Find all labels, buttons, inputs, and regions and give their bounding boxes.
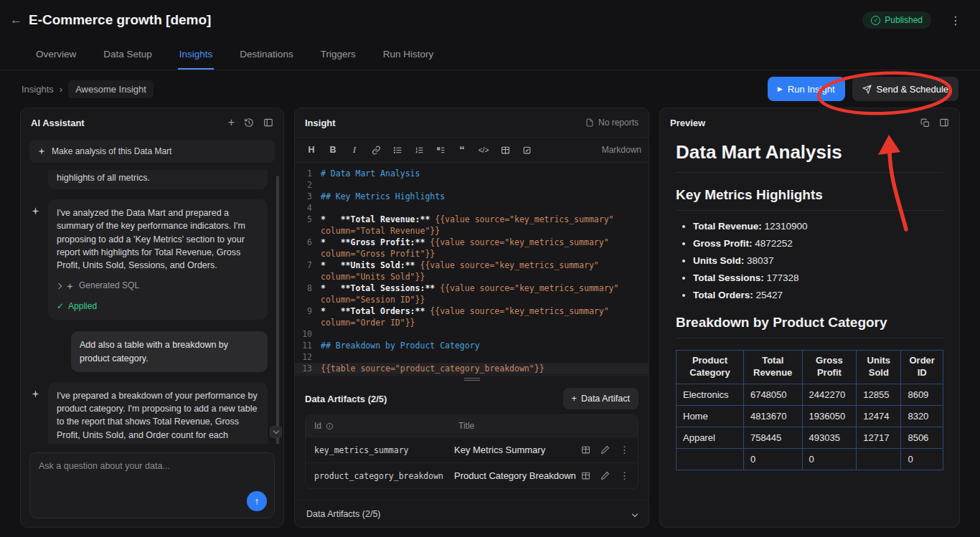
data-artifacts-collapsed-section[interactable]: Data Artifacts (2/5) xyxy=(295,500,649,527)
assistant-message-text: I've analyzed the Data Mart and prepared… xyxy=(57,206,259,272)
editor-line[interactable]: 8* **Total Sessions:** {{value source="k… xyxy=(295,282,649,305)
applied-label: Applied xyxy=(68,300,97,313)
ordered-list-icon[interactable] xyxy=(410,141,428,158)
send-icon xyxy=(862,85,872,94)
add-data-artifact-label: Data Artifact xyxy=(581,394,630,404)
assistant-message-text: I've prepared a breakdown of your perfor… xyxy=(57,389,259,444)
panel-resize-handle[interactable] xyxy=(295,375,649,383)
quote-icon[interactable]: “ xyxy=(453,141,471,158)
run-insight-button[interactable]: ▶ Run Insight xyxy=(768,77,845,101)
metric-item: Gross Profit: 4872252 xyxy=(693,238,943,249)
chat-input[interactable] xyxy=(30,453,274,496)
italic-icon[interactable]: I xyxy=(345,141,364,158)
new-chat-button[interactable]: + xyxy=(228,116,235,129)
editor-line[interactable]: 7* **Units Sold:** {{value source="key_m… xyxy=(295,260,649,282)
editor-line[interactable]: 3## Key Metrics Highlights xyxy=(295,191,649,202)
send-schedule-label: Send & Schedule xyxy=(877,84,948,95)
expand-panel-icon[interactable] xyxy=(939,118,949,128)
insight-title: Insight xyxy=(305,118,336,128)
breadcrumb-current[interactable]: Awesome Insight xyxy=(68,80,154,98)
add-data-artifact-button[interactable]: + Data Artifact xyxy=(563,388,639,409)
ai-assistant-panel: AI Assistant + Make analysis of this Dat… xyxy=(20,108,284,528)
editor-line[interactable]: 9* **Total Orders:** {{value source="key… xyxy=(295,305,649,328)
metric-item: Total Orders: 25427 xyxy=(693,290,943,300)
artifact-row[interactable]: product_category_breakdown Product Categ… xyxy=(306,462,638,488)
data-artifacts-title: Data Artifacts (2/5) xyxy=(305,394,387,404)
send-message-button[interactable]: ↑ xyxy=(247,491,267,511)
row-more-menu[interactable]: ⋮ xyxy=(620,445,629,455)
artifact-id: product_category_breakdown xyxy=(314,471,454,481)
pinned-prompt[interactable]: Make analysis of this Data Mart xyxy=(29,140,275,163)
artifact-row[interactable]: key_metrics_summary Key Metrics Summary … xyxy=(306,437,638,462)
markdown-editor[interactable]: 1# Data Mart Analysis 2 3## Key Metrics … xyxy=(295,163,649,375)
page-title: E-Commerce growth [demo] xyxy=(29,12,211,28)
metrics-list: Total Revenue: 12310900 Gross Profit: 48… xyxy=(693,221,943,300)
table-header-cell: Product Category xyxy=(677,351,744,384)
tab-triggers[interactable]: Triggers xyxy=(319,40,357,70)
tab-data-setup[interactable]: Data Setup xyxy=(102,40,154,70)
assistant-sparkle-icon xyxy=(31,382,42,444)
more-menu-button[interactable]: ⋮ xyxy=(947,14,964,27)
published-badge: ✓ Published xyxy=(862,11,931,29)
metric-item: Total Revenue: 12310900 xyxy=(693,221,943,232)
assistant-sparkle-icon xyxy=(31,199,42,320)
collapse-panel-icon[interactable] xyxy=(263,118,273,128)
chat-scrollbar-thumb[interactable] xyxy=(276,176,279,444)
history-icon[interactable] xyxy=(244,118,254,128)
play-icon: ▶ xyxy=(778,85,783,92)
checkbox-icon[interactable] xyxy=(517,141,536,158)
heading-icon[interactable]: H xyxy=(302,141,321,158)
editor-line[interactable]: 5* **Total Revenue:** {{value source="ke… xyxy=(295,214,649,237)
editor-line[interactable]: 1# Data Mart Analysis xyxy=(295,168,649,179)
markdown-toolbar: H B I “ </> Markdown xyxy=(295,137,649,163)
table-header-cell: Order ID xyxy=(901,351,943,384)
clipped-message: highlights of all metrics. xyxy=(48,170,268,189)
edit-pencil-icon[interactable] xyxy=(600,471,610,480)
back-button[interactable]: ← xyxy=(10,13,29,27)
table-header-row: Product Category Total Revenue Gross Pro… xyxy=(677,351,943,384)
view-table-icon[interactable] xyxy=(581,445,590,455)
scroll-to-bottom-button[interactable] xyxy=(270,426,282,438)
table-row: 000 xyxy=(677,448,943,470)
tab-insights[interactable]: Insights xyxy=(178,40,215,70)
table-icon[interactable] xyxy=(496,141,514,158)
bold-icon[interactable]: B xyxy=(324,141,342,158)
check-icon: ✓ xyxy=(57,300,64,313)
editor-line[interactable]: 10 xyxy=(295,328,649,340)
generated-sql-toggle[interactable]: Generated SQL xyxy=(57,280,259,293)
subheader-actions: ▶ Run Insight Send & Schedule xyxy=(768,77,958,101)
editor-line-active[interactable]: 13{{table source="product_category_break… xyxy=(295,363,649,374)
mode-label: Markdown xyxy=(602,145,641,155)
table-row: Electronics67480502442270128558609 xyxy=(677,384,943,405)
subheader: Insights › Awesome Insight ▶ Run Insight… xyxy=(0,70,980,108)
tab-run-history[interactable]: Run History xyxy=(382,40,435,70)
breadcrumb-root[interactable]: Insights xyxy=(22,84,54,95)
chat-scroll-area[interactable]: highlights of all metrics. I've analyzed… xyxy=(21,170,283,444)
edit-pencil-icon[interactable] xyxy=(600,445,610,455)
row-more-menu[interactable]: ⋮ xyxy=(620,470,629,481)
tab-overview[interactable]: Overview xyxy=(34,40,77,70)
ai-assistant-title: AI Assistant xyxy=(31,118,85,128)
link-icon[interactable] xyxy=(367,141,385,158)
tab-destinations[interactable]: Destinations xyxy=(238,40,294,70)
breadcrumb-separator: › xyxy=(60,84,62,95)
info-icon xyxy=(326,422,334,430)
task-list-icon[interactable] xyxy=(431,141,450,158)
topbar-right: ✓ Published ⋮ xyxy=(862,11,964,29)
editor-line[interactable]: 11## Breakdown by Product Category xyxy=(295,340,649,351)
breadcrumb: Insights › Awesome Insight xyxy=(22,80,154,98)
editor-line[interactable]: 12 xyxy=(295,351,649,363)
editor-line[interactable]: 2 xyxy=(295,179,649,191)
no-reports-status: No reports xyxy=(585,118,639,128)
copy-icon[interactable] xyxy=(920,118,930,128)
editor-line[interactable]: 6* **Gross Profit:** {{value source="key… xyxy=(295,237,649,260)
metric-item: Units Sold: 38037 xyxy=(693,255,943,266)
table-row: Home48136701936050124748320 xyxy=(677,405,943,427)
editor-line[interactable]: 4 xyxy=(295,202,649,214)
view-table-icon[interactable] xyxy=(581,471,590,480)
code-icon[interactable]: </> xyxy=(474,141,493,158)
artifact-title: Key Metrics Summary xyxy=(454,445,581,455)
preview-title: Preview xyxy=(670,118,705,128)
bullet-list-icon[interactable] xyxy=(388,141,407,158)
send-schedule-button[interactable]: Send & Schedule xyxy=(852,77,958,101)
